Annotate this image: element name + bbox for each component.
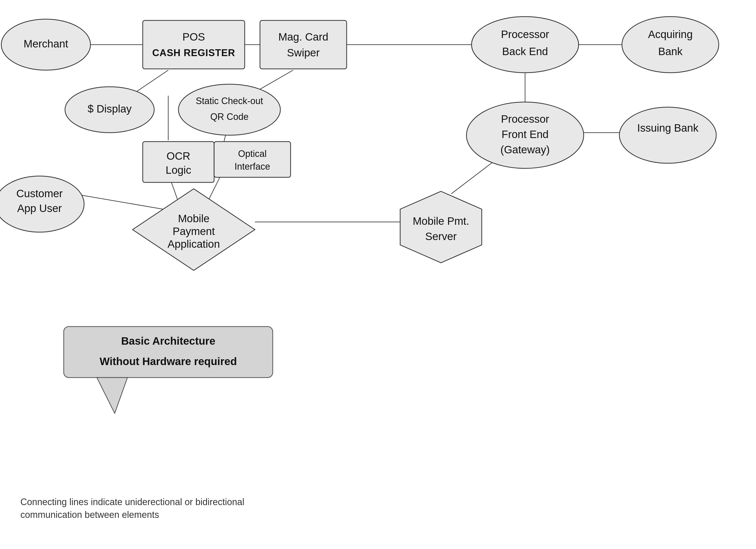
proc-backend-label-1: Processor bbox=[501, 28, 549, 40]
footnote-line-2: communication between elements bbox=[20, 509, 159, 520]
static-qr-node bbox=[178, 84, 280, 135]
footnote-line-1: Connecting lines indicate uniderectional… bbox=[20, 497, 244, 507]
mobile-app-label-2: Payment bbox=[173, 225, 215, 237]
connector-customer-mobile bbox=[74, 194, 163, 209]
optical-label-2: Interface bbox=[234, 161, 270, 172]
proc-frontend-label-3: (Gateway) bbox=[500, 144, 550, 156]
magcard-label-1: Mag. Card bbox=[278, 31, 328, 43]
diagram-container: Merchant POS CASH REGISTER Mag. Card Swi… bbox=[0, 0, 756, 549]
proc-frontend-label-2: Front End bbox=[502, 128, 549, 140]
callout-pointer bbox=[97, 378, 127, 413]
pos-node bbox=[143, 20, 245, 69]
proc-frontend-label-1: Processor bbox=[501, 113, 549, 125]
merchant-label: Merchant bbox=[23, 38, 68, 50]
processor-backend-node bbox=[472, 17, 579, 73]
proc-backend-label-2: Back End bbox=[502, 45, 548, 57]
mobile-server-label-1: Mobile Pmt. bbox=[413, 215, 469, 227]
acquiring-bank-node bbox=[622, 17, 719, 73]
mobile-app-label-3: Application bbox=[167, 238, 220, 250]
static-qr-label-1: Static Check-out bbox=[196, 96, 263, 106]
ocr-label-1: OCR bbox=[166, 150, 190, 162]
customer-label-1: Customer bbox=[16, 187, 63, 199]
pos-label-1: POS bbox=[183, 31, 205, 43]
pos-label-2: CASH REGISTER bbox=[152, 47, 235, 58]
mobile-server-label-2: Server bbox=[425, 230, 457, 242]
acquiring-label-2: Bank bbox=[658, 45, 683, 57]
issuing-bank-node bbox=[619, 107, 716, 163]
ocr-label-2: Logic bbox=[166, 164, 191, 176]
issuing-label-1: Issuing Bank bbox=[637, 122, 699, 134]
magcard-label-2: Swiper bbox=[287, 47, 320, 59]
magcard-node bbox=[260, 20, 347, 69]
customer-label-2: App User bbox=[17, 202, 62, 214]
static-qr-label-2: QR Code bbox=[210, 111, 249, 122]
optical-node bbox=[214, 142, 291, 177]
display-label: $ Display bbox=[88, 103, 132, 115]
optical-label-1: Optical bbox=[238, 148, 267, 159]
mobile-app-label-1: Mobile bbox=[178, 212, 210, 224]
architecture-diagram: Merchant POS CASH REGISTER Mag. Card Swi… bbox=[0, 0, 756, 549]
callout-text-2: Without Hardware required bbox=[100, 355, 237, 367]
callout-text-1: Basic Architecture bbox=[121, 335, 215, 347]
callout-rect bbox=[64, 327, 273, 378]
acquiring-label-1: Acquiring bbox=[648, 28, 693, 40]
